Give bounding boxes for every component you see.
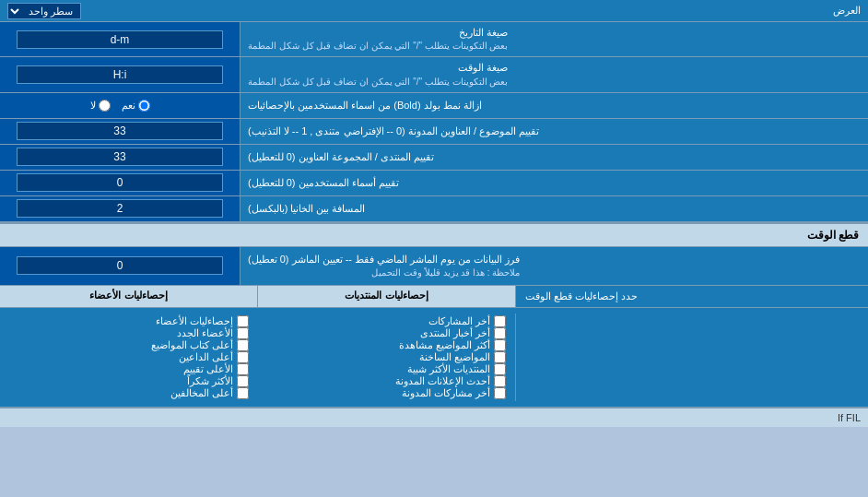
topic-order-input[interactable]: [17, 122, 222, 140]
cb-members-4-label: أعلى الداعين: [179, 351, 233, 363]
cutoff-section-header: قطع الوقت: [0, 222, 868, 247]
topic-order-row: تقييم الموضوع / العناوين المدونة (0 -- ا…: [0, 119, 868, 145]
top-row: العرض سطر واحد سطران ثلاثة أسطر: [0, 0, 868, 22]
cb-posts-6: أحدث الإعلانات المدونة: [267, 375, 506, 387]
cb-posts-5-input[interactable]: [494, 363, 506, 375]
cb-members-2-input[interactable]: [237, 327, 249, 339]
cutoff-input[interactable]: [17, 256, 222, 275]
stats-header-row: حدد إحصاءليات قطع الوقت إحصاءليات المنتد…: [0, 286, 868, 308]
cb-members-5: الأعلى تقييم: [9, 363, 249, 375]
cutoff-input-wrapper: [0, 247, 240, 285]
space-between-label: المسافة بين الخانيا (بالبكسل): [240, 196, 868, 221]
date-format-input-wrapper: [0, 22, 240, 56]
stats-header-label: حدد إحصاءليات قطع الوقت: [516, 286, 868, 307]
members-checkboxes-col: إحصاءليات الأعضاء الأعضاء الجدد أعلى كتا…: [0, 314, 258, 401]
cb-posts-7-input[interactable]: [494, 387, 506, 399]
username-order-row: تقييم أسماء المستخدمين (0 للتعطيل): [0, 171, 868, 196]
bold-remove-row: ازالة نمط بولد (Bold) من اسماء المستخدمي…: [0, 93, 868, 119]
bottom-note-text: If FIL: [838, 412, 861, 423]
cb-posts-1-label: أخر المشاركات: [428, 315, 490, 327]
cb-posts-7: أخر مشاركات المدونة: [267, 387, 506, 399]
cb-members-5-label: الأعلى تقييم: [183, 363, 233, 375]
cb-posts-2: أخر أخبار المنتدى: [267, 327, 506, 339]
bold-no-radio[interactable]: [99, 100, 111, 112]
time-format-row: صيغة الوقت بعض التكوينات يتطلب "/" التي …: [0, 57, 868, 92]
posts-checkboxes-col: أخر المشاركات أخر أخبار المنتدى أكثر الم…: [258, 314, 516, 401]
cb-members-6-input[interactable]: [237, 375, 249, 387]
bold-remove-input-wrapper: نعم لا: [0, 93, 240, 118]
cb-members-2-label: الأعضاء الجدد: [177, 327, 233, 339]
username-order-label: تقييم أسماء المستخدمين (0 للتعطيل): [240, 171, 868, 195]
members-col-header: إحصاءليات الأعضاء: [0, 286, 257, 307]
topic-order-input-wrapper: [0, 119, 240, 144]
cb-posts-1-input[interactable]: [494, 315, 506, 327]
date-format-label: صيغة التاريخ بعض التكوينات يتطلب "/" الت…: [240, 22, 868, 56]
cb-members-2: الأعضاء الجدد: [9, 327, 249, 339]
cb-posts-6-label: أحدث الإعلانات المدونة: [395, 375, 490, 387]
stats-checkboxes: أخر المشاركات أخر أخبار المنتدى أكثر الم…: [0, 308, 868, 408]
cb-posts-3: أكثر المواضيع مشاهدة: [267, 339, 506, 351]
cb-posts-7-label: أخر مشاركات المدونة: [402, 387, 490, 399]
cb-members-1-input[interactable]: [237, 315, 249, 327]
cb-members-6-label: الأكثر شكراً: [187, 375, 233, 387]
cb-members-7-input[interactable]: [237, 387, 249, 399]
cb-posts-2-label: أخر أخبار المنتدى: [420, 327, 490, 339]
cb-members-4: أعلى الداعين: [9, 351, 249, 363]
cb-members-5-input[interactable]: [237, 363, 249, 375]
time-format-input[interactable]: [17, 65, 222, 84]
bottom-note: If FIL: [0, 408, 868, 427]
username-order-input[interactable]: [17, 173, 222, 192]
cb-members-7-label: أعلى المخالفين: [170, 387, 233, 399]
posts-col-header: إحصاءليات المنتديات: [257, 286, 516, 307]
cb-posts-5: المنتديات الأكثر شبية: [267, 363, 506, 375]
date-format-row: صيغة التاريخ بعض التكوينات يتطلب "/" الت…: [0, 22, 868, 57]
forum-order-row: تقييم المنتدى / المجموعة العناوين (0 للت…: [0, 145, 868, 171]
forum-order-input-wrapper: [0, 145, 240, 170]
cb-posts-5-label: المنتديات الأكثر شبية: [407, 363, 490, 375]
cb-posts-3-label: أكثر المواضيع مشاهدة: [399, 339, 490, 351]
bold-yes-label[interactable]: نعم: [122, 100, 150, 112]
username-order-input-wrapper: [0, 171, 240, 195]
cutoff-row: فرز البيانات من يوم الماشر الماضي فقط --…: [0, 247, 868, 286]
space-between-row: المسافة بين الخانيا (بالبكسل): [0, 196, 868, 222]
bold-no-label[interactable]: لا: [90, 100, 111, 112]
date-format-input[interactable]: [17, 30, 222, 49]
bold-radio-group: نعم لا: [90, 100, 150, 112]
bold-remove-label: ازالة نمط بولد (Bold) من اسماء المستخدمي…: [240, 93, 868, 118]
forum-order-input[interactable]: [17, 148, 222, 166]
bold-yes-radio[interactable]: [138, 100, 150, 112]
cb-members-3-input[interactable]: [237, 339, 249, 351]
cb-members-3-label: أعلى كتاب المواضيع: [151, 339, 233, 351]
cb-posts-3-input[interactable]: [494, 339, 506, 351]
stats-spacer: [516, 314, 868, 401]
time-format-label: صيغة الوقت بعض التكوينات يتطلب "/" التي …: [240, 57, 868, 91]
cb-members-4-input[interactable]: [237, 351, 249, 363]
display-select[interactable]: سطر واحد سطران ثلاثة أسطر: [7, 3, 81, 19]
cb-members-6: الأكثر شكراً: [9, 375, 249, 387]
cb-posts-4: المواضيع الساخنة: [267, 351, 506, 363]
cb-members-3: أعلى كتاب المواضيع: [9, 339, 249, 351]
top-label: العرض: [81, 5, 861, 17]
cutoff-label: فرز البيانات من يوم الماشر الماضي فقط --…: [240, 247, 868, 285]
cb-posts-6-input[interactable]: [494, 375, 506, 387]
cb-posts-1: أخر المشاركات: [267, 315, 506, 327]
space-between-input[interactable]: [17, 199, 222, 218]
time-format-input-wrapper: [0, 57, 240, 91]
cb-posts-4-label: المواضيع الساخنة: [419, 351, 490, 363]
cb-members-7: أعلى المخالفين: [9, 387, 249, 399]
cb-members-1-label: إحصاءليات الأعضاء: [156, 315, 233, 327]
cb-posts-4-input[interactable]: [494, 351, 506, 363]
forum-order-label: تقييم المنتدى / المجموعة العناوين (0 للت…: [240, 145, 868, 170]
cb-members-1: إحصاءليات الأعضاء: [9, 315, 249, 327]
topic-order-label: تقييم الموضوع / العناوين المدونة (0 -- ا…: [240, 119, 868, 144]
cb-posts-2-input[interactable]: [494, 327, 506, 339]
space-between-input-wrapper: [0, 196, 240, 221]
